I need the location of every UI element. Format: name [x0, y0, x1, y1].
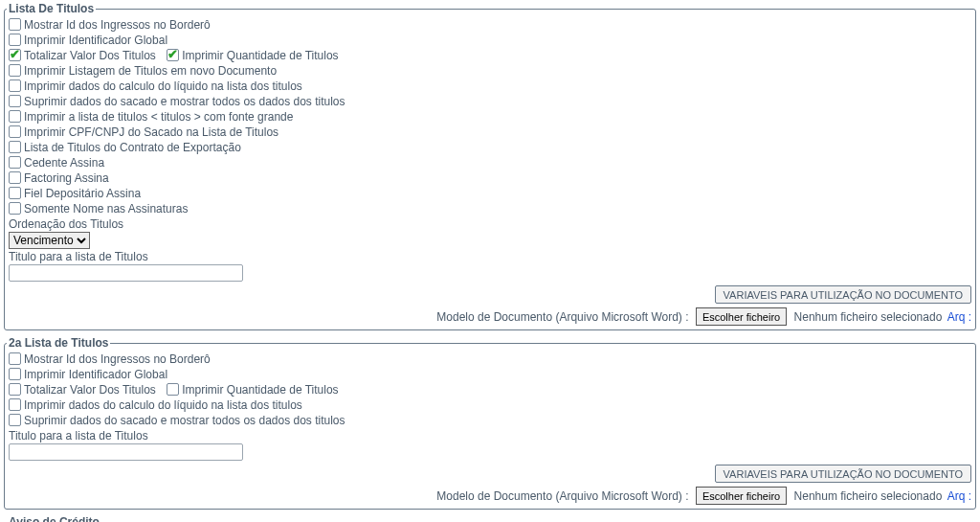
s2-mostrar-id-label: Mostrar Id dos Ingressos no Borderô — [24, 352, 211, 366]
s2-imprimir-ident-checkbox[interactable] — [9, 368, 21, 380]
aviso-credito-legend: Aviso de Crédito — [7, 515, 101, 522]
imprimir-qtd-checkbox[interactable] — [167, 49, 179, 61]
segunda-lista-fieldset: 2a Lista de Titulos Mostrar Id dos Ingre… — [4, 336, 976, 510]
imprimir-qtd-label: Imprimir Quantidade de Titulos — [182, 49, 338, 62]
factoring-assina-checkbox[interactable] — [9, 171, 21, 184]
imprimir-ident-checkbox[interactable] — [9, 34, 21, 46]
s2-arq-link[interactable]: Arq : — [947, 489, 971, 503]
titulo-lista-label: Titulo para a lista de Titulos — [9, 250, 148, 263]
cedente-assina-label: Cedente Assina — [24, 156, 104, 170]
imprimir-lista-fonte-label: Imprimir a lista de titulos < titulos > … — [24, 110, 293, 124]
s2-choose-file-button[interactable]: Escolher ficheiro — [696, 487, 787, 505]
titulo-lista-input[interactable] — [9, 264, 243, 282]
imprimir-lista-fonte-checkbox[interactable] — [9, 110, 21, 123]
suprimir-dados-label: Suprimir dados do sacado e mostrar todos… — [24, 95, 345, 108]
file-status: Nenhum ficheiro selecionado — [794, 310, 943, 324]
factoring-assina-label: Factoring Assina — [24, 171, 109, 185]
mostrar-id-label: Mostrar Id dos Ingressos no Borderô — [24, 18, 211, 32]
ordenacao-select[interactable]: Vencimento — [9, 232, 90, 249]
totalizar-valor-checkbox[interactable] — [9, 49, 21, 61]
ordenacao-label: Ordenação dos Titulos — [9, 217, 123, 231]
s2-totalizar-label: Totalizar Valor Dos Titulos — [24, 383, 156, 397]
somente-nome-checkbox[interactable] — [9, 202, 21, 215]
s2-imprimir-qtd-label: Imprimir Quantidade de Titulos — [182, 383, 338, 397]
imprimir-dados-calc-checkbox[interactable] — [9, 79, 21, 92]
s2-imprimir-ident-label: Imprimir Identificador Global — [24, 368, 167, 381]
s2-suprimir-dados-label: Suprimir dados do sacado e mostrar todos… — [24, 414, 345, 427]
s2-imprimir-dados-calc-checkbox[interactable] — [9, 398, 21, 411]
imprimir-listagem-checkbox[interactable] — [9, 64, 21, 77]
imprimir-cpf-checkbox[interactable] — [9, 125, 21, 138]
s2-suprimir-dados-checkbox[interactable] — [9, 414, 21, 426]
model-label: Modelo de Documento (Arquivo Microsoft W… — [436, 310, 688, 324]
lista-de-titulos-fieldset: Lista De Titulos Mostrar Id dos Ingresso… — [4, 2, 976, 330]
cedente-assina-checkbox[interactable] — [9, 156, 21, 169]
s2-imprimir-dados-calc-label: Imprimir dados do calculo do líquido na … — [24, 398, 302, 412]
fiel-dep-label: Fiel Depositário Assina — [24, 187, 141, 200]
s2-imprimir-qtd-checkbox[interactable] — [167, 383, 179, 396]
fiel-dep-checkbox[interactable] — [9, 187, 21, 199]
mostrar-id-checkbox[interactable] — [9, 18, 21, 31]
imprimir-ident-label: Imprimir Identificador Global — [24, 34, 167, 47]
s2-file-status: Nenhum ficheiro selecionado — [794, 489, 943, 503]
lista-contrato-label: Lista de Titulos do Contrato de Exportaç… — [24, 141, 241, 154]
suprimir-dados-checkbox[interactable] — [9, 95, 21, 107]
s2-mostrar-id-checkbox[interactable] — [9, 352, 21, 365]
variables-button[interactable]: VARIAVEIS PARA UTILIZAÇÃO NO DOCUMENTO — [715, 285, 971, 304]
s2-totalizar-checkbox[interactable] — [9, 383, 21, 396]
s2-model-label: Modelo de Documento (Arquivo Microsoft W… — [436, 489, 688, 503]
imprimir-cpf-label: Imprimir CPF/CNPJ do Sacado na Lista de … — [24, 125, 278, 139]
imprimir-dados-calc-label: Imprimir dados do calculo do líquido na … — [24, 79, 302, 93]
s2-titulo-lista-input[interactable] — [9, 443, 243, 461]
arq-link[interactable]: Arq : — [947, 310, 971, 324]
choose-file-button[interactable]: Escolher ficheiro — [696, 307, 787, 326]
aviso-credito-fieldset: Aviso de Crédito Imprimir Aviso de Crédi… — [4, 515, 976, 522]
s2-variables-button[interactable]: VARIAVEIS PARA UTILIZAÇÃO NO DOCUMENTO — [715, 465, 971, 483]
segunda-lista-legend: 2a Lista de Titulos — [7, 336, 110, 350]
totalizar-valor-label: Totalizar Valor Dos Titulos — [24, 49, 156, 62]
somente-nome-label: Somente Nome nas Assinaturas — [24, 202, 188, 216]
imprimir-listagem-label: Imprimir Listagem de Titulos em novo Doc… — [24, 64, 277, 78]
lista-de-titulos-legend: Lista De Titulos — [7, 2, 96, 15]
lista-contrato-checkbox[interactable] — [9, 141, 21, 153]
s2-titulo-lista-label: Titulo para a lista de Titulos — [9, 429, 148, 443]
